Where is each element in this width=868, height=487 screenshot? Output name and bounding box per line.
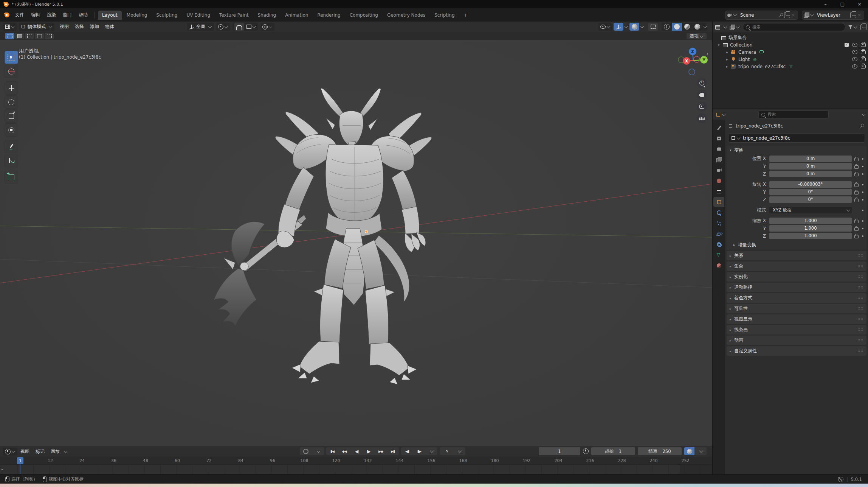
lock-icon[interactable] — [854, 191, 859, 194]
zoom-button[interactable] — [697, 78, 707, 88]
properties-tab[interactable] — [713, 165, 724, 175]
shading-wireframe-button[interactable] — [662, 23, 672, 31]
pan-button[interactable] — [697, 90, 707, 100]
display-mode-icon[interactable] — [730, 25, 735, 30]
frame-back-button[interactable]: ◀▮ — [401, 447, 413, 455]
timeline-editor-type-button[interactable] — [3, 448, 17, 456]
next-keyframe-button[interactable]: ▶◆ — [375, 447, 387, 455]
tool-annotate[interactable] — [5, 140, 18, 153]
app-menu-item[interactable]: 编辑 — [28, 10, 43, 20]
workspace-tab[interactable]: Shading — [253, 11, 280, 20]
transform-panel-header[interactable]: ▾ 变换 — [727, 146, 866, 155]
collection-checkbox[interactable] — [845, 43, 849, 47]
keyframe-dot[interactable] — [862, 220, 863, 222]
tool-move[interactable] — [5, 81, 18, 95]
keying-dropdown[interactable] — [694, 447, 707, 455]
frame-forward-button[interactable]: ▮▶ — [413, 447, 425, 455]
disable-render-icon[interactable] — [861, 58, 866, 61]
properties-tab[interactable] — [713, 250, 724, 260]
keyframe-dot[interactable] — [862, 228, 863, 229]
select-mode-new-button[interactable] — [5, 33, 14, 39]
shading-rendered-button[interactable] — [692, 23, 702, 31]
drag-handle-icon[interactable] — [858, 328, 863, 331]
play-reverse-button[interactable]: ◀ — [350, 447, 363, 455]
properties-tab[interactable] — [713, 186, 724, 196]
mode-selector[interactable]: 物体模式 — [19, 23, 54, 31]
value-field[interactable]: 0° — [769, 189, 852, 195]
show-object-types-button[interactable] — [598, 23, 612, 31]
new-scene-icon[interactable] — [784, 12, 790, 18]
value-field[interactable]: 0 m — [769, 171, 852, 177]
editor-type-button[interactable] — [3, 23, 17, 31]
hide-eye-icon[interactable] — [852, 57, 857, 61]
properties-panel-header[interactable]: ▸ 着色方式 — [727, 293, 866, 303]
tool-cursor[interactable] — [5, 65, 18, 78]
drag-handle-icon[interactable] — [858, 265, 863, 268]
disable-render-icon[interactable] — [861, 50, 866, 54]
snap-toggle[interactable] — [234, 23, 244, 31]
properties-panel-header[interactable]: ▸ 自定义属性 — [727, 346, 866, 356]
lock-icon[interactable] — [854, 199, 859, 202]
tool-scale[interactable] — [5, 109, 18, 123]
properties-editor-icon[interactable] — [716, 112, 721, 117]
transform-orientation[interactable]: 全局 — [187, 23, 214, 31]
viewport-3d[interactable]: 用户透视 (1) Collection | tripo_node_e27c3f8… — [0, 40, 712, 446]
shading-solid-button[interactable] — [672, 23, 682, 31]
show-overlays-toggle[interactable] — [629, 23, 639, 31]
outliner-item-label[interactable]: Light — [738, 57, 750, 62]
outliner-row[interactable]: ▸ tripo_node_e27c3f8c — [713, 63, 868, 70]
properties-search-input[interactable] — [767, 112, 826, 117]
viewport-menu-item[interactable]: 选择 — [72, 22, 87, 31]
properties-tab[interactable] — [713, 218, 724, 228]
pivot-point-button[interactable] — [216, 23, 230, 31]
filter-icon[interactable] — [848, 25, 852, 29]
jump-to-end-button[interactable]: ▶▮ — [387, 447, 399, 455]
value-field[interactable]: 1.000 — [769, 225, 852, 232]
timeline-ruler[interactable]: 1224364860728496108120132144156168180192… — [0, 457, 712, 465]
hide-eye-icon[interactable] — [852, 43, 857, 47]
timeline-menu-item[interactable]: 回放 — [48, 447, 63, 456]
tool-add-cube[interactable] — [5, 171, 18, 184]
properties-tab[interactable] — [713, 197, 724, 207]
workspace-tab[interactable]: Compositing — [346, 11, 382, 20]
preview-range-button[interactable]: ∩ — [440, 447, 453, 455]
properties-tab[interactable] — [713, 229, 724, 239]
drag-handle-icon[interactable] — [858, 350, 863, 352]
drag-handle-icon[interactable] — [858, 339, 863, 342]
workspace-tab[interactable]: UV Editing — [182, 11, 214, 20]
value-field[interactable]: 1.000 — [769, 218, 852, 224]
drag-handle-icon[interactable] — [858, 307, 863, 310]
outliner-row[interactable]: ▸ Camera — [713, 48, 868, 56]
properties-panel-header[interactable]: ▸ 关系 — [727, 251, 866, 260]
workspace-tab[interactable]: Scripting — [430, 11, 459, 20]
object-name-field[interactable]: tripo_node_e27c3f8c — [728, 133, 865, 143]
auto-keying-button[interactable] — [300, 447, 312, 455]
app-menu-item[interactable]: 渲染 — [43, 10, 59, 20]
expander-icon[interactable]: ▸ — [726, 65, 731, 68]
lock-icon[interactable] — [854, 227, 859, 231]
hide-eye-icon[interactable] — [852, 50, 857, 54]
camera-view-button[interactable] — [697, 101, 707, 112]
gizmo-axis-neg-z[interactable] — [689, 69, 695, 75]
maximize-button[interactable]: □ — [834, 0, 851, 8]
keyframe-dot[interactable] — [862, 166, 863, 167]
outliner-search-input[interactable] — [752, 24, 842, 30]
minimize-button[interactable]: – — [817, 0, 834, 8]
scene-selector[interactable]: Scene × — [725, 11, 798, 20]
select-mode-subtract-button[interactable] — [25, 33, 34, 39]
prev-keyframe-button[interactable]: ◆◀ — [338, 447, 350, 455]
tool-measure[interactable] — [5, 154, 18, 167]
drag-handle-icon[interactable] — [858, 318, 863, 321]
lock-icon[interactable] — [854, 173, 859, 176]
navigation-gizmo[interactable]: Z X Y — [675, 44, 711, 80]
hide-eye-icon[interactable] — [852, 64, 857, 68]
auto-keying-dropdown[interactable] — [312, 447, 324, 455]
model-tripo-node[interactable] — [214, 88, 432, 384]
add-workspace-button[interactable]: + — [460, 11, 472, 20]
tool-transform[interactable] — [5, 123, 18, 137]
frame-start-field[interactable]: 起始 1 — [591, 447, 635, 455]
xray-toggle[interactable] — [648, 23, 658, 31]
app-menu-item[interactable]: 文件 — [12, 10, 28, 20]
sidebar-collapse-arrow[interactable]: ‹ — [706, 51, 708, 57]
stopwatch-icon[interactable] — [583, 448, 589, 454]
